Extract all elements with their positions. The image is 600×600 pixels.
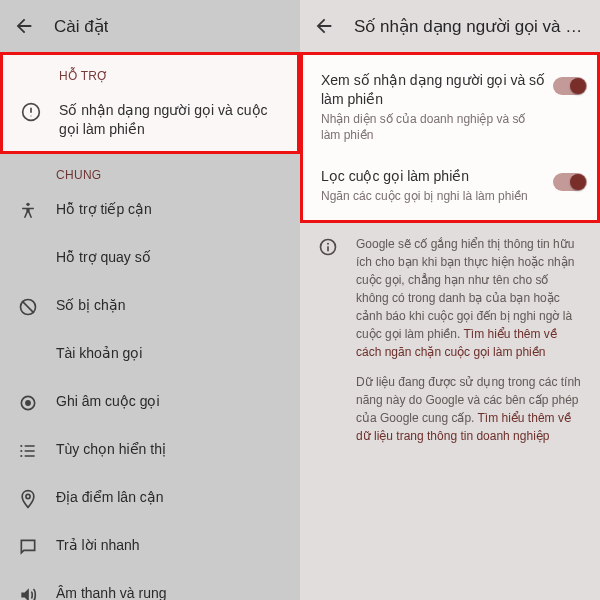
- toggle-title: Xem số nhận dạng người gọi và số làm phi…: [321, 71, 547, 109]
- item-sound-vibration[interactable]: Âm thanh và rung: [0, 572, 300, 600]
- toggle-subtitle: Ngăn các cuộc gọi bị nghi là làm phiền: [321, 188, 547, 204]
- page-title: Số nhận dạng người gọi và cuộ...: [354, 16, 588, 37]
- chat-icon: [14, 536, 42, 557]
- switch-on[interactable]: [553, 173, 587, 191]
- block-icon: [14, 296, 42, 317]
- svg-point-0: [26, 202, 29, 205]
- highlight-support: HỖ TRỢ Số nhận dạng người gọi và cuộc gọ…: [0, 52, 300, 154]
- svg-point-6: [20, 450, 22, 452]
- toggle-filter-spam[interactable]: Lọc cuộc gọi làm phiền Ngăn các cuộc gọi…: [303, 155, 597, 216]
- item-display-options[interactable]: Tùy chọn hiển thị: [0, 428, 300, 476]
- back-button[interactable]: [12, 14, 36, 38]
- item-label: Hỗ trợ quay số: [56, 248, 284, 267]
- arrow-left-icon: [313, 15, 335, 37]
- volume-icon: [14, 584, 42, 600]
- caller-id-panel: Số nhận dạng người gọi và cuộ... Xem số …: [300, 0, 600, 600]
- item-nearby-places[interactable]: Địa điểm lân cận: [0, 476, 300, 524]
- item-caller-id-spam[interactable]: Số nhận dạng người gọi và cuộc gọi làm p…: [3, 89, 297, 151]
- item-quick-reply[interactable]: Trả lời nhanh: [0, 524, 300, 572]
- svg-point-14: [327, 243, 329, 245]
- record-icon: [14, 392, 42, 413]
- info-paragraph-1: Google sẽ cố gắng hiển thị thông tin hữu…: [342, 235, 586, 361]
- item-label: Số bị chặn: [56, 296, 284, 315]
- location-icon: [14, 488, 42, 509]
- item-call-recording[interactable]: Ghi âm cuộc gọi: [0, 380, 300, 428]
- svg-point-7: [20, 455, 22, 457]
- switch-on[interactable]: [553, 77, 587, 95]
- svg-point-8: [26, 494, 30, 498]
- settings-panel: Cài đặt HỖ TRỢ Số nhận dạng người gọi và…: [0, 0, 300, 600]
- item-label: Hỗ trợ tiếp cận: [56, 200, 284, 219]
- appbar-left: Cài đặt: [0, 0, 300, 52]
- item-label: Tùy chọn hiển thị: [56, 440, 284, 459]
- svg-point-5: [20, 445, 22, 447]
- item-dial-assist[interactable]: Hỗ trợ quay số: [0, 236, 300, 284]
- item-accessibility[interactable]: Hỗ trợ tiếp cận: [0, 188, 300, 236]
- toggle-see-caller-id[interactable]: Xem số nhận dạng người gọi và số làm phi…: [303, 59, 597, 155]
- section-support-label: HỖ TRỢ: [3, 55, 297, 89]
- svg-line-2: [22, 301, 34, 313]
- item-call-accounts[interactable]: Tài khoản gọi: [0, 332, 300, 380]
- info-block: Google sẽ cố gắng hiển thị thông tin hữu…: [300, 223, 600, 367]
- back-button[interactable]: [312, 14, 336, 38]
- item-label: Số nhận dạng người gọi và cuộc gọi làm p…: [59, 101, 281, 139]
- toggle-title: Lọc cuộc gọi làm phiền: [321, 167, 547, 186]
- item-label: Âm thanh và rung: [56, 584, 284, 600]
- arrow-left-icon: [13, 15, 35, 37]
- alert-circle-icon: [17, 101, 45, 122]
- item-blocked-numbers[interactable]: Số bị chặn: [0, 284, 300, 332]
- item-label: Ghi âm cuộc gọi: [56, 392, 284, 411]
- item-label: Tài khoản gọi: [56, 344, 284, 363]
- info-paragraph-2: Dữ liệu đang được sử dụng trong các tính…: [300, 367, 600, 451]
- list-icon: [14, 440, 42, 461]
- appbar-right: Số nhận dạng người gọi và cuộ...: [300, 0, 600, 52]
- highlight-toggles: Xem số nhận dạng người gọi và số làm phi…: [300, 52, 600, 223]
- item-label: Trả lời nhanh: [56, 536, 284, 555]
- svg-point-4: [25, 400, 31, 406]
- info-icon: [314, 235, 342, 361]
- accessibility-icon: [14, 200, 42, 221]
- section-general-label: CHUNG: [0, 154, 300, 188]
- toggle-subtitle: Nhận diện số của doanh nghiệp và số làm …: [321, 111, 547, 143]
- page-title: Cài đặt: [54, 16, 108, 37]
- item-label: Địa điểm lân cận: [56, 488, 284, 507]
